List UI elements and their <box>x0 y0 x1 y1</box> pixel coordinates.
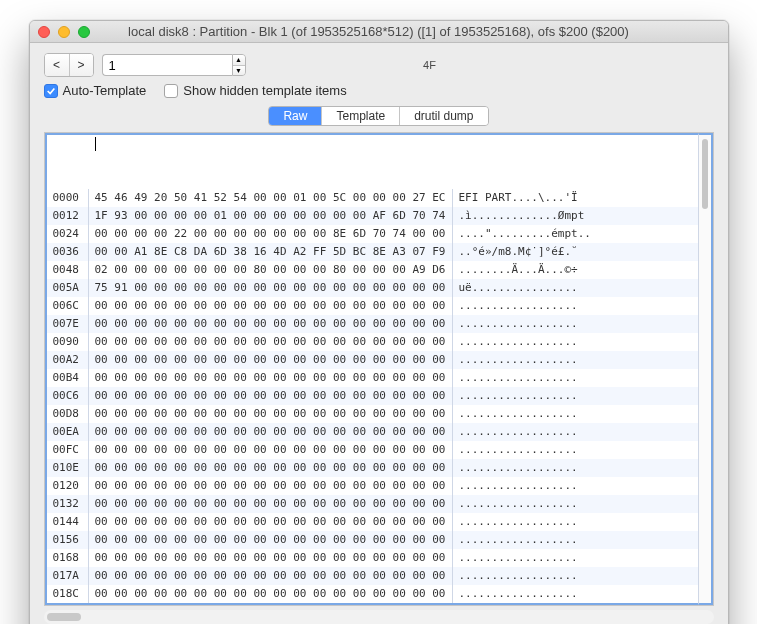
hex-row[interactable]: 005A75 91 00 00 00 00 00 00 00 00 00 00 … <box>47 279 698 297</box>
bytes-cell[interactable]: 00 00 00 00 00 00 00 00 00 00 00 00 00 0… <box>89 333 453 351</box>
hex-row[interactable]: 004802 00 00 00 00 00 00 00 80 00 00 00 … <box>47 261 698 279</box>
checkbox-unchecked-icon <box>164 84 178 98</box>
hex-row[interactable]: 00FC00 00 00 00 00 00 00 00 00 00 00 00 … <box>47 441 698 459</box>
bytes-cell[interactable]: 00 00 00 00 00 00 00 00 00 00 00 00 00 0… <box>89 405 453 423</box>
bytes-cell[interactable]: 75 91 00 00 00 00 00 00 00 00 00 00 00 0… <box>89 279 453 297</box>
ascii-cell[interactable]: .................. <box>453 387 698 405</box>
auto-template-checkbox[interactable]: Auto-Template <box>44 83 147 98</box>
scrollbar-thumb[interactable] <box>702 139 708 209</box>
hex-row[interactable]: 007E00 00 00 00 00 00 00 00 00 00 00 00 … <box>47 315 698 333</box>
close-icon[interactable] <box>38 26 50 38</box>
bytes-cell[interactable]: 00 00 00 00 00 00 00 00 00 00 00 00 00 0… <box>89 459 453 477</box>
bytes-cell[interactable]: 00 00 00 00 00 00 00 00 00 00 00 00 00 0… <box>89 477 453 495</box>
bytes-cell[interactable]: 00 00 00 00 00 00 00 00 00 00 00 00 00 0… <box>89 495 453 513</box>
bytes-cell[interactable]: 00 00 A1 8E C8 DA 6D 38 16 4D A2 FF 5D B… <box>89 243 453 261</box>
ascii-cell[interactable]: ....".........émpt.. <box>453 225 698 243</box>
hex-row[interactable]: 018C00 00 00 00 00 00 00 00 00 00 00 00 … <box>47 585 698 603</box>
bytes-cell[interactable]: 00 00 00 00 00 00 00 00 00 00 00 00 00 0… <box>89 531 453 549</box>
prev-button[interactable]: < <box>45 54 69 76</box>
scrollbar-thumb[interactable] <box>47 613 81 621</box>
tab-raw[interactable]: Raw <box>269 107 321 125</box>
ascii-cell[interactable]: .................. <box>453 567 698 585</box>
vertical-scrollbar[interactable] <box>698 133 713 605</box>
offset-cell: 0120 <box>47 477 89 495</box>
ascii-cell[interactable]: .................. <box>453 441 698 459</box>
hex-row[interactable]: 014400 00 00 00 00 00 00 00 00 00 00 00 … <box>47 513 698 531</box>
offset-cell: 00D8 <box>47 405 89 423</box>
hex-row[interactable]: 016800 00 00 00 00 00 00 00 00 00 00 00 … <box>47 549 698 567</box>
show-hidden-checkbox[interactable]: Show hidden template items <box>164 83 346 98</box>
bytes-cell[interactable]: 00 00 00 00 00 00 00 00 00 00 00 00 00 0… <box>89 549 453 567</box>
offset-cell: 00C6 <box>47 387 89 405</box>
hex-row[interactable]: 003600 00 A1 8E C8 DA 6D 38 16 4D A2 FF … <box>47 243 698 261</box>
hex-view[interactable]: 000045 46 49 20 50 41 52 54 00 00 01 00 … <box>45 133 698 605</box>
auto-template-label: Auto-Template <box>63 83 147 98</box>
ascii-cell[interactable]: ..°é»/m8.M¢˙]°é£.˘ <box>453 243 698 261</box>
block-stepper[interactable]: ▲ ▼ <box>232 54 246 76</box>
ascii-cell[interactable]: .................. <box>453 423 698 441</box>
bytes-cell[interactable]: 00 00 00 00 00 00 00 00 00 00 00 00 00 0… <box>89 315 453 333</box>
hex-row[interactable]: 00D800 00 00 00 00 00 00 00 00 00 00 00 … <box>47 405 698 423</box>
ascii-cell[interactable]: .................. <box>453 513 698 531</box>
ascii-cell[interactable]: .................. <box>453 351 698 369</box>
bytes-cell[interactable]: 00 00 00 00 22 00 00 00 00 00 00 00 8E 6… <box>89 225 453 243</box>
hex-row[interactable]: 013200 00 00 00 00 00 00 00 00 00 00 00 … <box>47 495 698 513</box>
horizontal-scrollbar[interactable] <box>44 610 714 624</box>
hex-row[interactable]: 017A00 00 00 00 00 00 00 00 00 00 00 00 … <box>47 567 698 585</box>
bytes-cell[interactable]: 00 00 00 00 00 00 00 00 00 00 00 00 00 0… <box>89 369 453 387</box>
offset-cell: 00B4 <box>47 369 89 387</box>
bytes-cell[interactable]: 00 00 00 00 00 00 00 00 00 00 00 00 00 0… <box>89 513 453 531</box>
bytes-cell[interactable]: 02 00 00 00 00 00 00 00 80 00 00 00 80 0… <box>89 261 453 279</box>
hex-row[interactable]: 002400 00 00 00 22 00 00 00 00 00 00 00 … <box>47 225 698 243</box>
hex-row[interactable]: 00121F 93 00 00 00 00 01 00 00 00 00 00 … <box>47 207 698 225</box>
ascii-cell[interactable]: .................. <box>453 369 698 387</box>
block-input[interactable] <box>102 54 232 76</box>
ascii-cell[interactable]: .................. <box>453 477 698 495</box>
offset-cell: 0132 <box>47 495 89 513</box>
zoom-icon[interactable] <box>78 26 90 38</box>
hex-row[interactable]: 006C00 00 00 00 00 00 00 00 00 00 00 00 … <box>47 297 698 315</box>
bytes-cell[interactable]: 1F 93 00 00 00 00 01 00 00 00 00 00 00 0… <box>89 207 453 225</box>
hex-row[interactable]: 000045 46 49 20 50 41 52 54 00 00 01 00 … <box>47 189 698 207</box>
ascii-cell[interactable]: .................. <box>453 405 698 423</box>
ascii-cell[interactable]: .................. <box>453 459 698 477</box>
hex-row[interactable]: 00C600 00 00 00 00 00 00 00 00 00 00 00 … <box>47 387 698 405</box>
ascii-cell[interactable]: .................. <box>453 531 698 549</box>
bytes-cell[interactable]: 00 00 00 00 00 00 00 00 00 00 00 00 00 0… <box>89 567 453 585</box>
bytes-cell[interactable]: 00 00 00 00 00 00 00 00 00 00 00 00 00 0… <box>89 351 453 369</box>
ascii-cell[interactable]: .................. <box>453 549 698 567</box>
bytes-cell[interactable]: 45 46 49 20 50 41 52 54 00 00 01 00 5C 0… <box>89 189 453 207</box>
ascii-cell[interactable]: .................. <box>453 585 698 603</box>
offset-cell: 0048 <box>47 261 89 279</box>
bytes-cell[interactable]: 00 00 00 00 00 00 00 00 00 00 00 00 00 0… <box>89 585 453 603</box>
offset-cell: 0036 <box>47 243 89 261</box>
stepper-up-icon[interactable]: ▲ <box>233 55 245 65</box>
hex-row[interactable]: 00A200 00 00 00 00 00 00 00 00 00 00 00 … <box>47 351 698 369</box>
tab-template[interactable]: Template <box>321 107 399 125</box>
bytes-cell[interactable]: 00 00 00 00 00 00 00 00 00 00 00 00 00 0… <box>89 297 453 315</box>
hex-row[interactable]: 015600 00 00 00 00 00 00 00 00 00 00 00 … <box>47 531 698 549</box>
text-cursor <box>95 137 96 151</box>
stepper-down-icon[interactable]: ▼ <box>233 65 245 76</box>
ascii-cell[interactable]: .ì.............Ømpt <box>453 207 698 225</box>
minimize-icon[interactable] <box>58 26 70 38</box>
toolbar: < > ▲ ▼ 4F <box>30 43 728 83</box>
ascii-cell[interactable]: EFI PART....\...'Ï <box>453 189 698 207</box>
ascii-cell[interactable]: .................. <box>453 315 698 333</box>
bytes-cell[interactable]: 00 00 00 00 00 00 00 00 00 00 00 00 00 0… <box>89 423 453 441</box>
ascii-cell[interactable]: uë................ <box>453 279 698 297</box>
tab-drutil-dump[interactable]: drutil dump <box>399 107 487 125</box>
hex-row[interactable]: 012000 00 00 00 00 00 00 00 00 00 00 00 … <box>47 477 698 495</box>
ascii-cell[interactable]: ........Ä...Ä...©÷ <box>453 261 698 279</box>
hex-row[interactable]: 00B400 00 00 00 00 00 00 00 00 00 00 00 … <box>47 369 698 387</box>
hex-row[interactable]: 00EA00 00 00 00 00 00 00 00 00 00 00 00 … <box>47 423 698 441</box>
ascii-cell[interactable]: .................. <box>453 297 698 315</box>
ascii-cell[interactable]: .................. <box>453 495 698 513</box>
options-row: Auto-Template Show hidden template items <box>30 83 728 106</box>
bytes-cell[interactable]: 00 00 00 00 00 00 00 00 00 00 00 00 00 0… <box>89 441 453 459</box>
bytes-cell[interactable]: 00 00 00 00 00 00 00 00 00 00 00 00 00 0… <box>89 387 453 405</box>
hex-row[interactable]: 009000 00 00 00 00 00 00 00 00 00 00 00 … <box>47 333 698 351</box>
next-button[interactable]: > <box>69 54 93 76</box>
ascii-cell[interactable]: .................. <box>453 333 698 351</box>
hex-row[interactable]: 010E00 00 00 00 00 00 00 00 00 00 00 00 … <box>47 459 698 477</box>
